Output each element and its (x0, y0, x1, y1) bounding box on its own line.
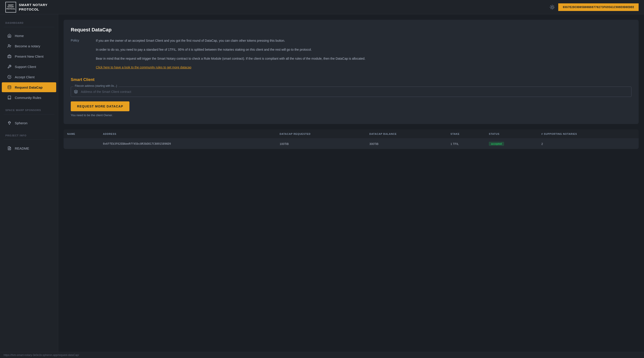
sidebar-item-become-notary-label: Become a notary (15, 44, 40, 48)
col-name: NAME (64, 129, 100, 139)
sidebar-item-request-datacap-label: Request DataCap (15, 85, 42, 89)
diamond-icon (7, 121, 12, 125)
table-header-row: NAME ADDRESS DATACAP REQUESTED DATACAP B… (64, 129, 639, 139)
sidebar-item-readme[interactable]: README (2, 143, 56, 153)
svg-marker-14 (8, 121, 11, 125)
request-more-datacap-button[interactable]: REQUEST MORE DATACAP (71, 101, 130, 111)
sidebar-item-community-rules[interactable]: Community Rules (2, 93, 56, 102)
table-header: NAME ADDRESS DATACAP REQUESTED DATACAP B… (64, 129, 639, 139)
wrench-icon (7, 64, 12, 69)
sidebar-item-request-datacap[interactable]: Request DataCap (2, 82, 56, 92)
logo-icon: SMARTNOTARYPROTOCOL (5, 2, 16, 13)
policy-content: If you are the owner of an accepted Smar… (96, 38, 632, 70)
smart-client-section: Smart Client Filecoin address (starting … (71, 77, 632, 117)
col-supporting-notaries: # SUPPORTING NOTARIES (538, 129, 639, 139)
col-datacap-balance: DATACAP BALANCE (366, 129, 447, 139)
file-icon (7, 146, 12, 150)
sidebar-divider-3 (4, 139, 54, 140)
home-icon (7, 34, 12, 38)
svg-point-13 (8, 86, 11, 87)
clients-table-container: NAME ADDRESS DATACAP REQUESTED DATACAP B… (64, 129, 639, 149)
book-icon (7, 95, 12, 100)
sun-icon[interactable] (550, 5, 555, 10)
sidebar-item-home-label: Home (15, 34, 24, 38)
sidebar-item-community-rules-label: Community Rules (15, 96, 41, 100)
sidebar-item-readme-label: README (15, 146, 29, 150)
sidebar: DASHBOARD Home Become a notary (0, 14, 58, 352)
person-plus-icon (7, 44, 12, 48)
address-input-group: Filecoin address (starting with 0x...) (71, 87, 632, 97)
svg-line-7 (550, 8, 551, 9)
status-badge: accepted (489, 142, 504, 146)
sidebar-section-project: PROJECT INFO (0, 132, 58, 139)
col-stake: STAKE (447, 129, 485, 139)
sidebar-item-accept-client[interactable]: Accept Client (2, 72, 56, 82)
header-actions: 0X67E2DC0D05B00B88770273F69561C908E8D0ED… (550, 3, 639, 11)
sidebar-item-present-new-client[interactable]: Present New Client (2, 51, 56, 61)
policy-section: Policy If you are the owner of an accept… (71, 38, 632, 70)
col-address: ADDRESS (100, 129, 276, 139)
cell-name (64, 139, 100, 149)
clients-table: NAME ADDRESS DATACAP REQUESTED DATACAP B… (64, 129, 639, 149)
status-bar: https://fvm-smart-notary-3e0e1b.spheron.… (0, 352, 644, 358)
briefcase-icon (7, 54, 12, 59)
helper-text: You need to be the client Owner. (71, 113, 632, 117)
card-title: Request DataCap (71, 27, 632, 33)
input-field-label: Filecoin address (starting with 0x...) (74, 84, 118, 87)
sidebar-item-spheron[interactable]: Spheron (2, 118, 56, 128)
main-content: Request DataCap Policy If you are the ow… (58, 14, 644, 352)
cell-supporting-notaries: 2 (538, 139, 639, 149)
policy-para-4: Click here to have a look to the communi… (96, 65, 632, 70)
logo-text: SMART NOTARY PROTOCOL (19, 3, 48, 12)
svg-line-4 (554, 8, 554, 9)
status-url: https://fvm-smart-notary-3e0e1b.spheron.… (4, 353, 79, 357)
database-icon (7, 85, 12, 90)
policy-label: Policy (71, 38, 89, 70)
sidebar-item-home[interactable]: Home (2, 31, 56, 41)
request-btn-container: REQUEST MORE DATACAP You need to be the … (71, 101, 632, 117)
policy-para-3: Bear in mind that the request will trigg… (96, 56, 632, 62)
col-datacap-requested: DATACAP REQUESTED (276, 129, 366, 139)
app-layout: DASHBOARD Home Become a notary (0, 14, 644, 352)
smart-client-title: Smart Client (71, 77, 632, 82)
svg-rect-12 (8, 55, 11, 58)
policy-para-2: In order to do so, you need to pay a sta… (96, 47, 632, 53)
sidebar-section-dashboard: DASHBOARD (0, 20, 58, 27)
svg-point-0 (551, 6, 553, 8)
sidebar-divider-2 (4, 114, 54, 114)
sidebar-item-spheron-label: Spheron (15, 121, 28, 125)
policy-para-1: If you are the owner of an accepted Smar… (96, 38, 632, 44)
header: SMARTNOTARYPROTOCOL SMART NOTARY PROTOCO… (0, 0, 644, 14)
cell-stake: 1 TFIL (447, 139, 485, 149)
request-datacap-card: Request DataCap Policy If you are the ow… (64, 20, 639, 124)
wallet-address-button[interactable]: 0X67E2DC0D05B00B88770273F69561C908E8D0ED… (558, 3, 639, 11)
cell-status: accepted (485, 139, 538, 149)
cell-datacap-requested: 100TiB (276, 139, 366, 149)
sidebar-item-present-new-client-label: Present New Client (15, 55, 44, 58)
smart-client-address-input[interactable] (71, 87, 632, 97)
table-row[interactable]: 0x6ffEb3F62EBAeeRff45bc8R3bD817C88915896… (64, 139, 639, 149)
table-body: 0x6ffEb3F62EBAeeRff45bc8R3bD817C88915896… (64, 139, 639, 149)
filecoin-icon (74, 90, 78, 94)
col-status: STATUS (485, 129, 538, 139)
sidebar-section-sponsors: SPACE WARP SPONSORS (0, 107, 58, 114)
check-circle-icon (7, 75, 12, 79)
svg-point-9 (8, 44, 10, 46)
cell-datacap-balance: 300TiB (366, 139, 447, 149)
sidebar-item-become-notary[interactable]: Become a notary (2, 41, 56, 51)
sidebar-item-support-client[interactable]: Support Client (2, 62, 56, 72)
sidebar-item-support-client-label: Support Client (15, 65, 36, 69)
logo-container: SMARTNOTARYPROTOCOL SMART NOTARY PROTOCO… (5, 2, 48, 13)
sidebar-item-accept-client-label: Accept Client (15, 75, 34, 79)
community-rules-link[interactable]: Click here to have a look to the communi… (96, 66, 191, 69)
cell-address: 0x6ffEb3F62EBAeeRff45bc8R3bD817C88915896… (100, 139, 276, 149)
